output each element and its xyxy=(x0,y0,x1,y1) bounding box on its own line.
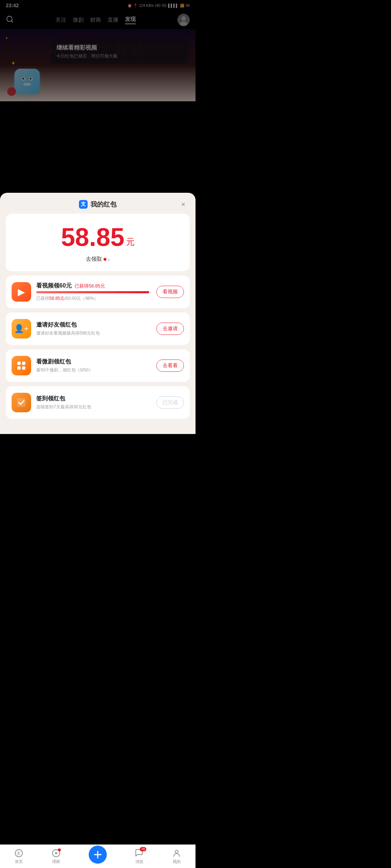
svg-rect-6 xyxy=(22,362,25,365)
task-row-invite: 👤+ 邀请好友领红包 邀请好友看视频最高得588元红包 去邀请 xyxy=(12,319,184,339)
task-sub-prefix: 已获得 xyxy=(36,296,49,301)
task-sub-suffix: /60.00元（98%） xyxy=(64,296,98,301)
modal-close-button[interactable]: × xyxy=(178,199,188,209)
task-card-video: ▶ 看视频领60元 已获得58.85元 已获得58.85元/60.00元（98%… xyxy=(6,276,190,308)
task-icon-drama xyxy=(12,356,31,375)
task-title-row-video: 看视频领60元 已获得58.85元 xyxy=(36,282,151,290)
watch-drama-button[interactable]: 去看看 xyxy=(156,359,184,372)
task-title-row-drama: 看微剧领红包 xyxy=(36,358,151,366)
task-progress-bar-fill xyxy=(36,291,149,293)
task-title-row-signin: 签到领红包 xyxy=(36,395,151,403)
task-content-video: 看视频领60元 已获得58.85元 已获得58.85元/60.00元（98%） xyxy=(36,282,151,302)
modal-title-wrap: 支 我的红包 xyxy=(79,200,117,209)
modal-sheet: 支 我的红包 × 58.85元 去领取 › ▶ xyxy=(0,193,196,434)
task-content-drama: 看微剧领红包 看50个微剧，领红包（0/50） xyxy=(36,358,151,373)
task-sub-signin: 连续签到7天最高得30元红包 xyxy=(36,404,151,410)
task-content-invite: 邀请好友领红包 邀请好友看视频最高得588元红包 xyxy=(36,321,151,336)
task-row-drama: 看微剧领红包 看50个微剧，领红包（0/50） 去看看 xyxy=(12,356,184,375)
task-icon-invite: 👤+ xyxy=(12,319,31,339)
task-card-signin: 签到领红包 连续签到7天最高得30元红包 已完成 xyxy=(6,386,190,419)
alipay-icon: 支 xyxy=(79,200,88,209)
task-icon-video: ▶ xyxy=(12,282,31,302)
task-row-video: ▶ 看视频领60元 已获得58.85元 已获得58.85元/60.00元（98%… xyxy=(12,282,184,302)
modal-header: 支 我的红包 × xyxy=(0,193,196,214)
task-icon-signin xyxy=(12,393,31,412)
claim-dot xyxy=(104,258,106,261)
add-person-icon: 👤+ xyxy=(14,324,29,333)
task-title-invite: 邀请好友领红包 xyxy=(36,321,77,329)
task-sub-video: 已获得58.85元/60.00元（98%） xyxy=(36,295,151,302)
task-card-drama: 看微剧领红包 看50个微剧，领红包（0/50） 去看看 xyxy=(6,349,190,382)
task-title-drama: 看微剧领红包 xyxy=(36,358,71,366)
claim-label: 去领取 xyxy=(86,256,102,263)
task-sub-highlight: 58.85元 xyxy=(49,296,64,301)
task-content-signin: 签到领红包 连续签到7天最高得30元红包 xyxy=(36,395,151,410)
task-title-row-invite: 邀请好友领红包 xyxy=(36,321,151,329)
task-sub-invite: 邀请好友看视频最高得588元红包 xyxy=(36,330,151,336)
claim-row[interactable]: 去领取 › xyxy=(13,256,182,263)
task-title-signin: 签到领红包 xyxy=(36,395,65,403)
amount-number: 58.85 xyxy=(61,225,124,250)
claim-arrow: › xyxy=(108,256,110,262)
signin-button[interactable]: 已完成 xyxy=(156,396,184,409)
task-sub-drama: 看50个微剧，领红包（0/50） xyxy=(36,367,151,373)
svg-rect-5 xyxy=(17,362,21,365)
amount-card: 58.85元 去领取 › xyxy=(6,214,190,271)
svg-rect-7 xyxy=(17,366,21,370)
play-icon: ▶ xyxy=(18,286,25,298)
invite-button[interactable]: 去邀请 xyxy=(156,323,184,335)
signin-checkmark-icon xyxy=(16,397,26,408)
task-row-signin: 签到领红包 连续签到7天最高得30元红包 已完成 xyxy=(12,393,184,412)
task-title-video: 看视频领60元 xyxy=(36,282,72,290)
svg-rect-8 xyxy=(22,366,25,370)
task-progress-bar-wrap xyxy=(36,291,151,293)
task-card-invite: 👤+ 邀请好友领红包 邀请好友看视频最高得588元红包 去邀请 xyxy=(6,312,190,345)
amount-value: 58.85元 xyxy=(61,225,134,250)
modal-title: 我的红包 xyxy=(91,200,117,209)
drama-grid-icon xyxy=(16,361,26,371)
task-earned-video: 已获得58.85元 xyxy=(75,283,105,289)
amount-unit: 元 xyxy=(126,238,135,250)
watch-video-button[interactable]: 看视频 xyxy=(156,286,184,298)
modal-backdrop: 支 我的红包 × 58.85元 去领取 › ▶ xyxy=(0,0,196,434)
